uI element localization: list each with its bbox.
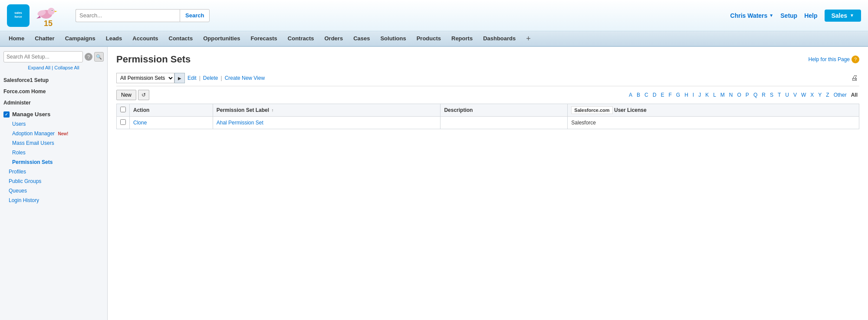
sidebar-help-icon[interactable]: ?: [85, 53, 92, 61]
alpha-I[interactable]: I: [691, 91, 696, 99]
view-bar-left: All Permission Sets ▶ Edit | Delete | Cr…: [116, 73, 265, 83]
nav-item-leads[interactable]: Leads: [101, 31, 128, 46]
sidebar-manage-users-header: ✓ Manage Users: [0, 108, 107, 119]
permission-set-label-link[interactable]: Ahal Permission Set: [217, 120, 263, 126]
nav-item-solutions[interactable]: Solutions: [375, 31, 411, 46]
sidebar-item-permission-sets[interactable]: Permission Sets: [0, 157, 107, 167]
new-button[interactable]: New: [116, 90, 136, 100]
select-all-checkbox[interactable]: [120, 107, 126, 112]
expand-collapse: Expand All | Collapse All: [0, 64, 107, 74]
nav-more-button[interactable]: +: [521, 31, 536, 46]
nav-item-accounts[interactable]: Accounts: [127, 31, 163, 46]
row-action-cell: Clone: [130, 117, 213, 129]
alpha-H[interactable]: H: [683, 91, 690, 99]
clone-link[interactable]: Clone: [133, 120, 147, 126]
sidebar-item-roles[interactable]: Roles: [0, 148, 107, 157]
manage-users-checkbox: ✓: [3, 111, 10, 118]
search-button[interactable]: Search: [180, 9, 210, 22]
sidebar-item-adoption-manager[interactable]: Adoption Manager New!: [0, 129, 107, 138]
alpha-X[interactable]: X: [809, 91, 815, 99]
alpha-S[interactable]: S: [768, 91, 775, 99]
alpha-Z[interactable]: Z: [824, 91, 831, 99]
header-right: Chris Waters ▼ Setup Help Sales ▼: [730, 10, 861, 22]
delete-view-link[interactable]: Delete: [203, 75, 218, 81]
expand-all-link[interactable]: Expand All: [28, 65, 50, 70]
alpha-R[interactable]: R: [760, 91, 767, 99]
sidebar-item-mass-email-users[interactable]: Mass Email Users: [0, 138, 107, 148]
nav-item-chatter[interactable]: Chatter: [30, 31, 60, 46]
sidebar-section-salesforce1: Salesforce1 Setup: [0, 74, 107, 85]
alpha-L[interactable]: L: [711, 91, 718, 99]
alpha-W[interactable]: W: [799, 91, 808, 99]
refresh-button[interactable]: ↺: [138, 90, 149, 100]
svg-text:force: force: [14, 15, 22, 18]
svg-text:sales: sales: [14, 11, 22, 14]
alpha-O[interactable]: O: [736, 91, 743, 99]
nav-item-cases[interactable]: Cases: [348, 31, 375, 46]
sidebar-item-profiles[interactable]: Profiles: [0, 167, 107, 176]
nav-item-campaigns[interactable]: Campaigns: [60, 31, 101, 46]
print-icon[interactable]: 🖨: [850, 73, 859, 83]
row-checkbox-cell: [117, 117, 130, 129]
alpha-A[interactable]: A: [627, 91, 634, 99]
alpha-C[interactable]: C: [643, 91, 650, 99]
sidebar-item-queues[interactable]: Queues: [0, 186, 107, 196]
app-selector-button[interactable]: Sales ▼: [825, 10, 861, 22]
nav-item-opportunities[interactable]: Opportunities: [198, 31, 245, 46]
alpha-N[interactable]: N: [727, 91, 735, 99]
alpha-All[interactable]: All: [849, 91, 859, 99]
help-link[interactable]: Help: [804, 12, 817, 19]
svg-marker-6: [55, 11, 57, 12]
sidebar-search-button[interactable]: 🔍: [94, 52, 104, 62]
alpha-K[interactable]: K: [704, 91, 710, 99]
view-select[interactable]: All Permission Sets: [116, 73, 174, 83]
nav-item-contracts[interactable]: Contracts: [283, 31, 319, 46]
nav-item-home[interactable]: Home: [3, 31, 30, 46]
nav-item-dashboards[interactable]: Dashboards: [478, 31, 521, 46]
alpha-F[interactable]: F: [667, 91, 673, 99]
user-menu[interactable]: Chris Waters ▼: [730, 12, 774, 19]
alpha-G[interactable]: G: [674, 91, 682, 99]
nav-item-forecasts[interactable]: Forecasts: [245, 31, 282, 46]
search-input[interactable]: [76, 9, 180, 22]
col-header-action: Action: [130, 104, 213, 117]
view-select-go-button[interactable]: ▶: [174, 73, 185, 83]
sidebar-item-public-groups[interactable]: Public Groups: [0, 176, 107, 186]
alpha-D[interactable]: D: [651, 91, 658, 99]
alpha-B[interactable]: B: [635, 91, 642, 99]
setup-link[interactable]: Setup: [780, 12, 797, 19]
alpha-nav-left: New ↺: [116, 90, 149, 100]
create-new-view-link[interactable]: Create New View: [225, 75, 265, 81]
nav-item-orders[interactable]: Orders: [319, 31, 348, 46]
sidebar-search-input[interactable]: [3, 51, 83, 62]
collapse-all-link[interactable]: Collapse All: [54, 65, 79, 70]
user-dropdown-arrow: ▼: [769, 13, 773, 18]
sidebar-item-login-history[interactable]: Login History: [0, 196, 107, 205]
nav-item-contacts[interactable]: Contacts: [164, 31, 198, 46]
sidebar-section-forcecom: Force.com Home: [0, 85, 107, 96]
sidebar-item-users[interactable]: Users: [0, 119, 107, 129]
nav-item-products[interactable]: Products: [411, 31, 446, 46]
alpha-M[interactable]: M: [719, 91, 727, 99]
page-title: Permission Sets: [116, 54, 191, 65]
row-checkbox[interactable]: [120, 119, 126, 125]
alpha-Y[interactable]: Y: [816, 91, 823, 99]
svg-point-5: [48, 8, 55, 15]
alpha-E[interactable]: E: [659, 91, 666, 99]
row-label-cell: Ahal Permission Set: [213, 117, 441, 129]
alpha-P[interactable]: P: [744, 91, 751, 99]
alpha-T[interactable]: T: [776, 91, 783, 99]
table-row: Clone Ahal Permission Set Salesforce: [117, 117, 859, 129]
app-name: Sales: [832, 12, 848, 19]
svg-point-8: [52, 10, 53, 11]
alpha-Other[interactable]: Other: [832, 91, 848, 99]
anniversary-badge: 15: [33, 3, 60, 27]
edit-view-link[interactable]: Edit: [187, 75, 197, 81]
alpha-U[interactable]: U: [783, 91, 791, 99]
nav-item-reports[interactable]: Reports: [446, 31, 478, 46]
alpha-J[interactable]: J: [697, 91, 703, 99]
alpha-Q[interactable]: Q: [752, 91, 759, 99]
user-name: Chris Waters: [730, 12, 768, 19]
alpha-V[interactable]: V: [792, 91, 799, 99]
help-page-link[interactable]: Help for this Page ?: [809, 56, 859, 63]
